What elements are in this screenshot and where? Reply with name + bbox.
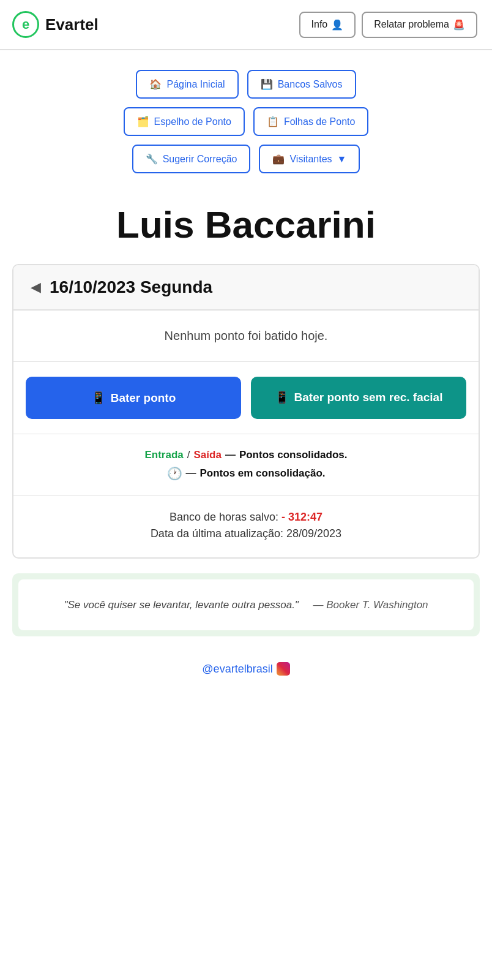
folhas-button[interactable]: 📋 Folhas de Ponto: [253, 107, 369, 136]
legend-consolidating-text: Pontos em consolidação.: [200, 467, 326, 480]
legend-consolidating: 🕐 — Pontos em consolidação.: [167, 466, 326, 481]
nav-area: 🏠 Página Inicial 💾 Bancos Salvos 🗂️ Espe…: [0, 50, 492, 179]
bancos-salvos-icon: 💾: [261, 78, 273, 90]
atualizacao-label: Data da última atualização:: [151, 527, 283, 540]
bater-ponto-icon: 📱: [91, 391, 106, 405]
bank-info: Banco de horas salvo: - 312:47 Data da ú…: [13, 496, 479, 557]
report-label: Relatar problema: [374, 19, 449, 30]
bater-sem-icon: 📱: [275, 390, 289, 405]
bancos-salvos-label: Bancos Salvos: [278, 79, 343, 90]
legend-dash1: —: [225, 449, 236, 461]
info-button[interactable]: Info 👤: [299, 12, 356, 38]
folhas-label: Folhas de Ponto: [284, 116, 356, 127]
header-buttons: Info 👤 Relatar problema 🚨: [299, 12, 477, 38]
legend-consolidated-text: Pontos consolidados.: [239, 449, 348, 461]
espelho-button[interactable]: 🗂️ Espelho de Ponto: [124, 107, 245, 136]
report-icon: 🚨: [453, 19, 465, 31]
sugerir-label: Sugerir Correção: [163, 154, 237, 165]
banco-value: - 312:47: [281, 511, 322, 523]
quote-text: "Se você quiser se levantar, levante out…: [33, 597, 459, 613]
visitantes-button[interactable]: 💼 Visitantes ▼: [259, 145, 360, 173]
logo-area: e Evartel: [12, 11, 99, 38]
banco-label: Banco de horas salvo:: [170, 511, 278, 523]
user-name-area: Luis Baccarini: [0, 179, 492, 264]
visitantes-icon: 💼: [272, 153, 285, 165]
visitantes-label: Visitantes: [289, 154, 332, 165]
no-punch-message: Nenhum ponto foi batido hoje.: [13, 311, 479, 362]
report-button[interactable]: Relatar problema 🚨: [362, 12, 477, 38]
nav-row-1: 🏠 Página Inicial 💾 Bancos Salvos: [136, 70, 356, 99]
nav-row-3: 🔧 Sugerir Correção 💼 Visitantes ▼: [132, 145, 360, 173]
date-header: ◀ 16/10/2023 Segunda: [13, 265, 479, 311]
legend-sep: /: [187, 449, 190, 461]
footer: @evartelbrasil: [0, 651, 492, 694]
quote-inner: "Se você quiser se levantar, levante out…: [18, 579, 474, 630]
bater-sem-label: Bater ponto sem rec. facial: [294, 390, 443, 405]
bancos-salvos-button[interactable]: 💾 Bancos Salvos: [247, 70, 356, 99]
date-prev-button[interactable]: ◀: [31, 279, 41, 295]
pagina-inicial-icon: 🏠: [149, 78, 162, 90]
legend-entrada: Entrada: [144, 449, 183, 461]
info-icon: 👤: [331, 19, 343, 31]
quote-author: — Booker T. Washington: [313, 599, 428, 611]
atualizacao-row: Data da última atualização: 28/09/2023: [151, 527, 341, 540]
instagram-handle: @evartelbrasil: [202, 663, 272, 676]
bater-ponto-sem-button[interactable]: 📱 Bater ponto sem rec. facial: [251, 377, 466, 419]
instagram-link[interactable]: @evartelbrasil: [202, 662, 289, 676]
sugerir-button[interactable]: 🔧 Sugerir Correção: [132, 145, 251, 173]
sugerir-icon: 🔧: [146, 153, 158, 165]
banco-horas-row: Banco de horas salvo: - 312:47: [170, 511, 322, 524]
legend-dash2: —: [186, 467, 196, 480]
visitantes-arrow: ▼: [337, 154, 347, 165]
info-label: Info: [311, 19, 328, 30]
header: e Evartel Info 👤 Relatar problema 🚨: [0, 0, 492, 50]
folhas-icon: 📋: [267, 116, 279, 127]
pagina-inicial-button[interactable]: 🏠 Página Inicial: [136, 70, 238, 99]
legend-consolidated: Entrada / Saída — Pontos consolidados.: [144, 449, 347, 461]
bater-ponto-button[interactable]: 📱 Bater ponto: [26, 377, 241, 419]
espelho-icon: 🗂️: [137, 116, 149, 127]
instagram-icon: [277, 662, 290, 676]
legend-area: Entrada / Saída — Pontos consolidados. 🕐…: [13, 434, 479, 496]
clock-icon: 🕐: [167, 466, 182, 481]
user-name: Luis Baccarini: [12, 204, 480, 246]
date-text: 16/10/2023 Segunda: [50, 277, 212, 297]
legend-saida: Saída: [194, 449, 222, 461]
quote-section: "Se você quiser se levantar, levante out…: [12, 573, 480, 636]
logo-icon: e: [12, 11, 39, 38]
bater-ponto-label: Bater ponto: [111, 391, 176, 405]
pagina-inicial-label: Página Inicial: [166, 79, 225, 90]
app-name: Evartel: [45, 15, 99, 34]
espelho-label: Espelho de Ponto: [154, 116, 231, 127]
atualizacao-value: 28/09/2023: [286, 527, 341, 540]
action-buttons: 📱 Bater ponto 📱 Bater ponto sem rec. fac…: [13, 362, 479, 434]
main-card: ◀ 16/10/2023 Segunda Nenhum ponto foi ba…: [12, 264, 480, 559]
nav-row-2: 🗂️ Espelho de Ponto 📋 Folhas de Ponto: [124, 107, 369, 136]
